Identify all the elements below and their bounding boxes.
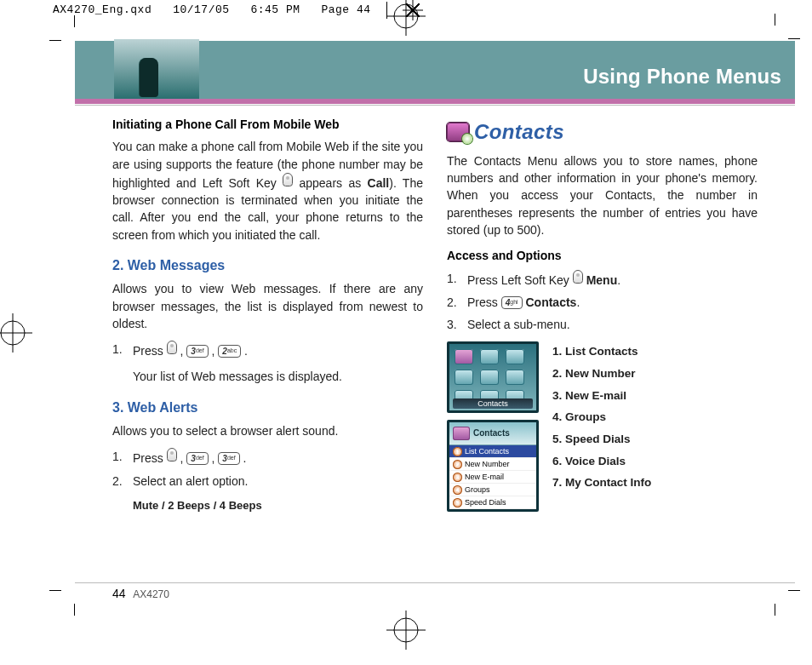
step-item: 1. Press , 3def , 3def . <box>128 448 423 467</box>
list-item: 3. New E-mail <box>552 386 758 406</box>
screen-row: 4Groups <box>449 484 536 496</box>
column-left: Initiating a Phone Call From Mobile Web … <box>112 116 423 523</box>
step-item: 2. Press 4ghi Contacts. <box>462 294 758 311</box>
left-softkey-icon <box>283 173 293 186</box>
left-softkey-icon <box>573 270 583 284</box>
impo-time: 6:45 PM <box>250 3 300 16</box>
model-number: AX4270 <box>133 588 169 600</box>
crop-mark-icon <box>775 14 800 39</box>
imposition-header: AX4270_Eng.qxd 10/17/05 6:45 PM Page 44 <box>53 2 420 19</box>
contacts-chip-icon <box>453 427 470 440</box>
left-softkey-icon <box>167 448 177 461</box>
chapter-title: Contacts <box>474 118 564 147</box>
body-text: Allows you to view Web messages. If ther… <box>112 280 423 332</box>
keypad-key-3: 3def <box>218 452 239 465</box>
section-title: Using Phone Menus <box>583 65 781 99</box>
impo-file: AX4270_Eng.qxd <box>53 3 152 16</box>
svg-point-0 <box>1 321 25 345</box>
keypad-key-3: 3def <box>186 452 208 465</box>
screen-row: 5Speed Dials <box>449 496 536 509</box>
list-item: 4. Groups <box>552 407 758 427</box>
softkey-label: Call <box>368 176 390 190</box>
crop-mark-icon <box>49 15 75 41</box>
section-header: Using Phone Menus <box>75 41 795 99</box>
screen-caption: Contacts <box>453 398 533 409</box>
divider <box>75 105 795 106</box>
page-footer: 44 AX4270 <box>112 587 169 600</box>
step-item: 3. Select a sub-menu. <box>462 316 758 333</box>
body-text: The Contacts Menu allows you to store na… <box>447 152 758 238</box>
list-item: 7. My Contact Info <box>552 473 758 493</box>
submenu-list: 1. List Contacts 2. New Number 3. New E-… <box>552 341 758 512</box>
accent-stripe <box>75 99 795 104</box>
step-item: 2. Select an alert option. <box>128 473 423 490</box>
keypad-key-3: 3def <box>186 345 208 358</box>
manual-page: AX4270_Eng.qxd 10/17/05 6:45 PM Page 44 … <box>0 0 812 665</box>
subsection-heading: Access and Options <box>447 247 758 264</box>
imposition-mark-icon <box>406 3 420 17</box>
body-text: Allows you to select a browser alert sou… <box>112 422 423 439</box>
menu-label: Contacts <box>525 295 576 309</box>
registration-target-icon <box>0 313 32 353</box>
menu-label: Menu <box>586 273 618 287</box>
step-item: 1. Press Left Soft Key Menu. <box>462 270 758 289</box>
step-item: 1. Press , 3def , 2abc . <box>128 341 423 359</box>
screen-row: 1List Contacts <box>449 445 536 458</box>
contacts-icon <box>447 123 469 141</box>
footer-divider <box>75 582 795 583</box>
impo-date: 10/17/05 <box>173 3 229 16</box>
list-item: 2. New Number <box>552 364 758 384</box>
body-text: You can make a phone call from Mobile We… <box>112 138 423 244</box>
keypad-key-2: 2abc <box>218 345 241 358</box>
screen-header: Contacts <box>473 427 510 440</box>
step-note: Your list of Web messages is displayed. <box>133 368 423 385</box>
screen-row: 2New Number <box>449 458 536 471</box>
keypad-key-4: 4ghi <box>501 296 523 309</box>
hero-photo <box>114 39 199 99</box>
impo-page: Page 44 <box>321 3 370 16</box>
list-item: 1. List Contacts <box>552 341 758 362</box>
section-heading: 3. Web Alerts <box>112 398 423 417</box>
content-frame: Using Phone Menus Initiating a Phone Cal… <box>75 41 795 604</box>
left-softkey-icon <box>167 341 177 354</box>
phone-screen-contacts: Contacts 1List Contacts 2New Number 3New… <box>447 420 539 512</box>
chapter-heading: Contacts <box>447 118 758 147</box>
option-list: Mute / 2 Beeps / 4 Beeps <box>133 498 423 514</box>
subsection-heading: Initiating a Phone Call From Mobile Web <box>112 116 423 133</box>
phone-screenshots: Contacts Contacts 1List Contacts 2New Nu… <box>447 341 539 512</box>
svg-point-6 <box>394 618 418 642</box>
registration-target-icon <box>386 611 426 650</box>
page-number: 44 <box>112 587 126 600</box>
list-item: 5. Speed Dials <box>552 429 758 450</box>
column-right: Contacts The Contacts Menu allows you to… <box>447 116 758 523</box>
phone-screen-menu: Contacts <box>447 341 539 413</box>
section-heading: 2. Web Messages <box>112 255 423 275</box>
list-item: 6. Voice Dials <box>552 451 758 472</box>
crop-mark-icon <box>49 590 75 616</box>
screen-row: 3New E-mail <box>449 471 536 484</box>
